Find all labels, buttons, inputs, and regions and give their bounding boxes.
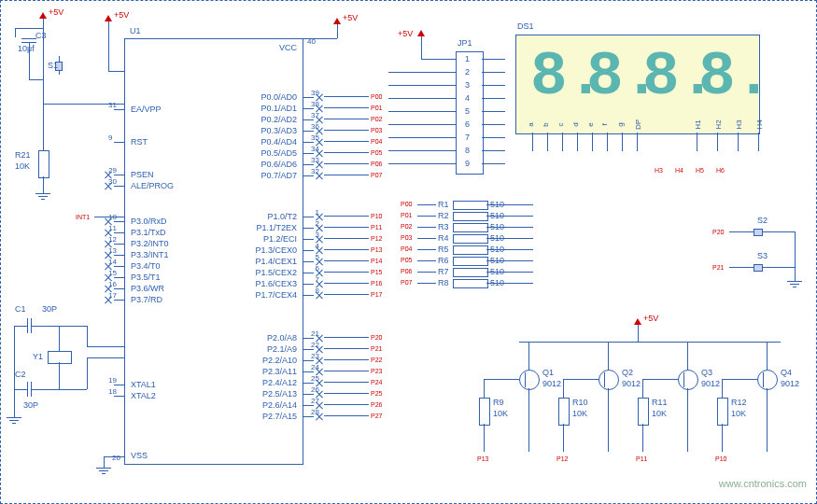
resistor — [558, 398, 570, 426]
pin — [303, 119, 314, 120]
pin-label: RST — [131, 137, 148, 147]
no-connect — [316, 413, 323, 420]
pin — [303, 360, 314, 361]
transistor-part: 9012 — [622, 379, 641, 388]
net-label: P23 — [371, 368, 382, 374]
display-pin-label: g — [616, 122, 625, 126]
button-s3[interactable] — [748, 262, 767, 272]
pin — [114, 266, 125, 267]
digit-2: 8. — [586, 45, 633, 112]
net-label: P13 — [371, 246, 382, 253]
pin — [303, 175, 314, 176]
pin-label: P0.2/AD2 — [261, 115, 297, 124]
display-pin-label: H2 — [714, 119, 723, 129]
s3-ref: S3 — [757, 251, 768, 260]
resistor-ref: R9 — [493, 398, 504, 407]
pin — [303, 108, 314, 109]
net-label: P04 — [371, 138, 382, 145]
net-label: P13 — [477, 455, 488, 462]
no-connect — [105, 296, 112, 303]
resistor — [453, 279, 488, 288]
pin — [114, 142, 125, 143]
net-label: H4 — [675, 167, 683, 174]
resistor-ref: R4 — [438, 233, 449, 243]
pin — [303, 131, 314, 132]
net-label: P12 — [556, 455, 568, 462]
pin — [114, 221, 125, 222]
jp-pin: 6 — [465, 119, 470, 129]
net-label: P07 — [371, 172, 382, 178]
jp-pin: 3 — [465, 80, 470, 90]
vss-pin: 20 — [112, 454, 120, 462]
pin — [114, 255, 125, 256]
pin — [303, 153, 314, 154]
transistor — [519, 370, 540, 390]
trans-supply-label: +5V — [643, 314, 658, 323]
pin-label: XTAL1 — [131, 380, 156, 389]
display-pin-label: e — [586, 122, 595, 126]
pin — [303, 97, 314, 98]
power-vcc — [333, 18, 341, 24]
pin-label: P0.1/AD1 — [261, 104, 297, 113]
resistor-ref: R6 — [438, 256, 449, 265]
pin-label: P1.0/T2 — [267, 212, 297, 221]
resistor-ref: R7 — [438, 267, 449, 276]
display-pin-label: H4 — [755, 119, 764, 129]
digit-3: 8. — [642, 45, 689, 112]
pin-label: P1.7/CEX4 — [255, 290, 297, 300]
resistor-ref: R11 — [652, 398, 668, 407]
net-label: P25 — [371, 390, 382, 397]
button-s2[interactable] — [748, 227, 767, 236]
jp-pin: 4 — [465, 93, 470, 103]
pin — [303, 371, 314, 372]
pin-number: 31 — [108, 101, 117, 109]
resistor — [453, 201, 488, 210]
resistor — [717, 398, 728, 426]
resistor-ref: R12 — [731, 398, 747, 407]
c3-ref: C3 — [35, 31, 47, 40]
resistor-ref: R3 — [438, 222, 449, 231]
s2-ref: S2 — [757, 216, 768, 225]
jp-supply-label: +5V — [398, 29, 413, 38]
net-label: P24 — [371, 379, 382, 385]
watermark: www.cntronics.com — [719, 478, 807, 489]
crystal-y1 — [48, 351, 72, 364]
jp-pin: 8 — [465, 146, 470, 155]
pin — [303, 273, 314, 273]
pin — [303, 142, 314, 143]
jp-pin: 1 — [465, 54, 470, 63]
pin-number: 9 — [108, 133, 112, 142]
display-pin-label: f — [600, 123, 609, 125]
pin — [114, 232, 125, 233]
net-label: P22 — [371, 357, 382, 363]
pin — [303, 405, 314, 406]
power-jp — [417, 30, 425, 36]
resistor — [453, 223, 488, 232]
pin — [114, 175, 125, 175]
resistor — [453, 245, 488, 255]
pin-label: P0.3/AD3 — [261, 126, 297, 135]
jp-pin: 9 — [465, 159, 470, 168]
net-label: P06 — [371, 161, 382, 167]
net-label: P20 — [371, 334, 382, 341]
schematic: U1 VCC 40 VSS 20 EA/VPP31RST9PSEN29ALE/P… — [0, 0, 817, 504]
pin — [303, 416, 314, 417]
jp-pin: 7 — [465, 133, 470, 142]
ds1-ref: DS1 — [517, 21, 534, 31]
pin — [303, 239, 314, 240]
c2-ref: C2 — [15, 370, 26, 379]
no-connect — [316, 172, 323, 179]
r21-ref: R21 — [15, 150, 31, 160]
pin — [303, 383, 314, 384]
s3-net: P21 — [712, 264, 724, 271]
resistor-r21 — [38, 150, 49, 178]
display-pin-label: DP — [634, 119, 642, 130]
net-label: H5 — [696, 167, 704, 174]
pin — [114, 109, 125, 110]
mcu-u1: U1 VCC 40 VSS 20 EA/VPP31RST9PSEN29ALE/P… — [124, 38, 303, 465]
pin — [303, 295, 314, 296]
display-pin-label: b — [542, 122, 550, 126]
no-connect — [105, 182, 112, 189]
resistor — [453, 234, 488, 244]
net-label: P17 — [371, 291, 382, 298]
